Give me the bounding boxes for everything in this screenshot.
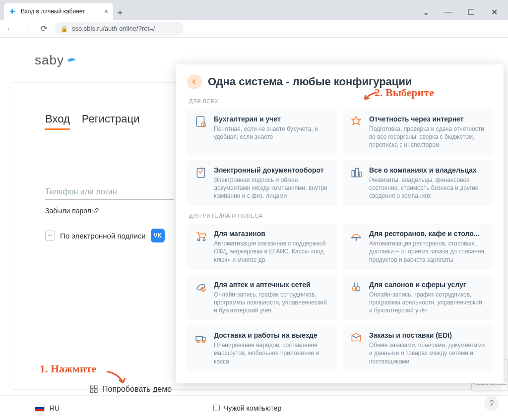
svg-point-12 [203, 239, 205, 241]
grid-icon [89, 385, 98, 394]
annotation-arrow-2 [363, 90, 378, 102]
card-title: Отчетность через интернет [369, 115, 486, 123]
tab-register[interactable]: Регистраци [82, 113, 140, 130]
card-title: Заказы и поставки (EDI) [369, 331, 486, 339]
config-card[interactable]: ₽Бухгалтерия и учетПонятная, если не зна… [187, 109, 337, 155]
card-desc: Автоматизация ресторанов, столовых, дост… [369, 240, 486, 264]
card-title: Для аптек и аптечных сетей [214, 281, 330, 289]
url-text: sso.sbis.ru/auth-online/?ret=/ [72, 25, 155, 32]
page-content: saby Вход Регистраци Забыли пароль? По э… [0, 38, 508, 420]
config-card[interactable]: Для ресторанов, кафе и столо...Автоматиз… [342, 224, 493, 270]
card-desc: Реквизиты, владельцы, финансовое состоян… [369, 176, 486, 200]
esign-link[interactable]: По электронной подписи [60, 232, 146, 240]
card-title: Для салонов и сферы услуг [369, 281, 486, 289]
card-icon [349, 331, 363, 365]
card-desc: Электронная подпись и обмен документами … [214, 176, 330, 200]
card-title: Доставка и работы на выезде [214, 331, 330, 339]
new-tab-button[interactable]: + [113, 6, 127, 20]
section-label: ДЛЯ ВСЕХ [189, 98, 493, 104]
foreign-pc-input[interactable] [213, 405, 220, 411]
svg-rect-0 [90, 386, 93, 388]
login-input[interactable] [45, 184, 174, 200]
tab-title: Вход в личный кабинет [21, 8, 100, 15]
svg-rect-8 [352, 170, 354, 177]
svg-rect-20 [196, 337, 202, 341]
config-card[interactable]: Для салонов и сферы услугОнлайн-запись, … [342, 275, 493, 321]
card-title: Все о компаниях и владельцах [369, 166, 486, 174]
config-card[interactable]: Доставка и работы на выездеПланирование … [187, 325, 337, 371]
card-icon [349, 115, 363, 149]
svg-point-21 [197, 341, 199, 343]
try-demo-label: Попробовать демо [102, 385, 172, 394]
svg-rect-9 [356, 168, 358, 177]
chevron-down-icon[interactable]: ⌄ [419, 7, 433, 17]
try-demo-link[interactable]: Попробовать демо [89, 385, 172, 394]
minimize-button[interactable]: — [442, 7, 455, 17]
url-field[interactable]: 🔒 sso.sbis.ru/auth-online/?ret=/ [55, 22, 184, 36]
card-icon [194, 331, 208, 365]
close-window-button[interactable]: ✕ [487, 7, 501, 17]
config-card[interactable]: Отчетность через интернетПодготовка, про… [342, 109, 493, 155]
card-desc: Онлайн-запись, график сотрудников, прогр… [214, 291, 330, 315]
svg-rect-10 [360, 172, 362, 177]
svg-rect-1 [95, 386, 97, 388]
lock-icon: 🔒 [61, 25, 68, 32]
help-button[interactable]: ? [484, 396, 499, 411]
card-icon [349, 166, 363, 200]
config-card[interactable]: Для аптек и аптечных сетейОнлайн-запись,… [187, 275, 337, 321]
annotation-step2: 2. Выберите [375, 86, 434, 99]
language-switch[interactable]: RU [50, 404, 60, 412]
card-icon [349, 230, 363, 264]
svg-rect-3 [95, 390, 97, 393]
footer: RU Чужой компьютер [0, 395, 508, 420]
browser-titlebar: Вход в личный кабинет × + ⌄ — ☐ ✕ [0, 0, 508, 20]
window-controls: ⌄ — ☐ ✕ [419, 7, 508, 20]
foreign-pc-checkbox[interactable]: Чужой компьютер [213, 404, 281, 412]
annotation-step1: 1. Нажмите [40, 362, 96, 375]
config-card[interactable]: Электронный документооборотЭлектронная п… [187, 160, 337, 206]
tab-close-icon[interactable]: × [104, 7, 108, 15]
card-title: Для ресторанов, кафе и столо... [369, 230, 486, 238]
svg-rect-2 [90, 390, 93, 393]
flag-ru-icon [35, 405, 45, 412]
config-card[interactable]: Для магазиновАвтоматизация магазинов с п… [187, 224, 337, 270]
address-bar: ← → ⟳ 🔒 sso.sbis.ru/auth-online/?ret=/ [0, 20, 508, 38]
tab-login[interactable]: Вход [45, 113, 70, 130]
browser-tab[interactable]: Вход в личный кабинет × [4, 3, 113, 20]
logo-bird-icon [66, 55, 77, 66]
tab-favicon [9, 7, 17, 15]
card-icon: ₽ [194, 115, 208, 149]
svg-point-19 [356, 287, 360, 291]
reload-button[interactable]: ⟳ [38, 24, 50, 33]
recaptcha-line2: Условия использования [473, 383, 507, 386]
foreign-pc-label: Чужой компьютер [224, 404, 281, 412]
logo: saby [35, 53, 77, 68]
logo-text: saby [35, 53, 64, 68]
back-button[interactable]: ← [4, 24, 16, 33]
svg-point-11 [198, 239, 200, 241]
card-desc: Подготовка, проверка и сдача отчетности … [369, 125, 486, 149]
back-button[interactable] [187, 74, 202, 89]
config-card[interactable]: Заказы и поставки (EDI)Обмен заказами, п… [342, 325, 493, 371]
card-icon [194, 166, 208, 200]
forward-button[interactable]: → [21, 24, 33, 33]
card-title: Бухгалтерия и учет [214, 115, 330, 123]
card-icon [194, 230, 208, 264]
svg-point-22 [202, 341, 204, 343]
card-title: Для магазинов [214, 230, 330, 238]
configurations-panel: Одна система - любые конфигурации 2. Выб… [176, 64, 504, 383]
card-desc: Планирование нарядов, составление маршру… [214, 341, 330, 365]
card-desc: Понятная, если не знаете бухучета, и удо… [214, 125, 330, 141]
card-desc: Онлайн-запись, график сотрудников, прогр… [369, 291, 486, 315]
section-label: ДЛЯ РИТЕЙЛА И HORECA [189, 213, 493, 219]
svg-rect-13 [351, 237, 361, 238]
config-card[interactable]: Все о компаниях и владельцахРеквизиты, в… [342, 160, 493, 206]
card-icon [194, 281, 208, 315]
svg-rect-14 [356, 238, 357, 240]
card-desc: Автоматизация магазинов с поддержкой ОФД… [214, 240, 330, 264]
vk-login-button[interactable]: VK [151, 229, 165, 242]
card-icon [349, 281, 363, 315]
card-title: Электронный документооборот [214, 166, 330, 174]
maximize-button[interactable]: ☐ [464, 7, 478, 17]
card-desc: Обмен заказами, прайсами, документами и … [369, 341, 486, 365]
